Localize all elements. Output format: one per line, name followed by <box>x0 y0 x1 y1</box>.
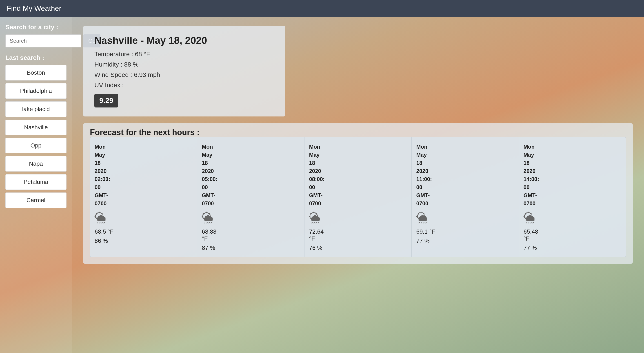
navbar: Find My Weather <box>0 0 644 17</box>
app-title: Find My Weather <box>7 4 61 13</box>
current-weather-card: Nashville - May 18, 2020 Temperature : 6… <box>83 26 285 117</box>
main-layout: Search for a city : Go Last search : Bos… <box>0 17 644 353</box>
city-button[interactable]: Napa <box>6 156 66 172</box>
rain-cloud-icon: 🌦 <box>202 211 214 225</box>
forecast-datetime: MonMay18202008:00:00GMT-0700 <box>309 143 324 208</box>
forecast-temp: 72.64°F <box>309 228 324 242</box>
sidebar: Search for a city : Go Last search : Bos… <box>0 17 72 353</box>
forecast-humidity: 87 % <box>202 244 215 251</box>
uv-index-value: 9.29 <box>94 94 118 108</box>
rain-cloud-icon: 🌦 <box>94 211 106 225</box>
city-button[interactable]: Opp <box>6 138 66 153</box>
forecast-temp: 69.1 °F <box>416 228 435 235</box>
rain-cloud-icon: 🌦 <box>416 211 428 225</box>
temperature: Temperature : 68 °F <box>94 51 274 58</box>
city-button[interactable]: Carmel <box>6 192 66 208</box>
forecast-temp: 65.48°F <box>524 228 538 242</box>
forecast-humidity: 77 % <box>524 244 537 251</box>
forecast-container: Forecast for the next hours : MonMay1820… <box>83 123 633 264</box>
uv-index-label: UV Index : <box>94 82 274 89</box>
forecast-datetime: MonMay18202014:00:00GMT-0700 <box>524 143 539 208</box>
forecast-humidity: 76 % <box>309 244 322 251</box>
last-search-label: Last search : <box>6 54 66 61</box>
forecast-card: MonMay18202014:00:00GMT-0700🌦65.48°F77 % <box>519 137 626 257</box>
forecast-card: MonMay18202011:00:00GMT-0700🌦69.1 °F77 % <box>412 137 519 257</box>
city-button[interactable]: Boston <box>6 65 66 81</box>
search-for-city-label: Search for a city : <box>6 24 66 31</box>
city-button[interactable]: lake placid <box>6 101 66 117</box>
forecast-label: Forecast for the next hours : <box>90 128 626 137</box>
forecast-datetime: MonMay18202002:00:00GMT-0700 <box>94 143 110 208</box>
humidity: Humidity : 88 % <box>94 61 274 68</box>
forecast-datetime: MonMay18202005:00:00GMT-0700 <box>202 143 217 208</box>
city-title: Nashville - May 18, 2020 <box>94 35 274 46</box>
wind-speed: Wind Speed : 6.93 mph <box>94 71 274 79</box>
forecast-card: MonMay18202005:00:00GMT-0700🌦68.88°F87 % <box>197 137 304 257</box>
forecast-datetime: MonMay18202011:00:00GMT-0700 <box>416 143 432 208</box>
forecast-temp: 68.88°F <box>202 228 216 242</box>
forecast-cards: MonMay18202002:00:00GMT-0700🌦68.5 °F86 %… <box>90 137 626 257</box>
city-button[interactable]: Philadelphia <box>6 83 66 99</box>
content-area: Nashville - May 18, 2020 Temperature : 6… <box>72 17 644 353</box>
search-input[interactable] <box>6 35 81 48</box>
city-list: BostonPhiladelphialake placidNashvilleOp… <box>6 65 66 208</box>
forecast-card: MonMay18202002:00:00GMT-0700🌦68.5 °F86 % <box>90 137 197 257</box>
rain-cloud-icon: 🌦 <box>524 211 535 225</box>
search-row: Go <box>6 35 66 48</box>
city-button[interactable]: Petaluma <box>6 174 66 190</box>
forecast-temp: 68.5 °F <box>94 228 114 235</box>
rain-cloud-icon: 🌦 <box>309 211 321 225</box>
forecast-humidity: 77 % <box>416 237 430 244</box>
forecast-humidity: 86 % <box>94 237 108 244</box>
city-button[interactable]: Nashville <box>6 120 66 135</box>
forecast-card: MonMay18202008:00:00GMT-0700🌦72.64°F76 % <box>304 137 412 257</box>
